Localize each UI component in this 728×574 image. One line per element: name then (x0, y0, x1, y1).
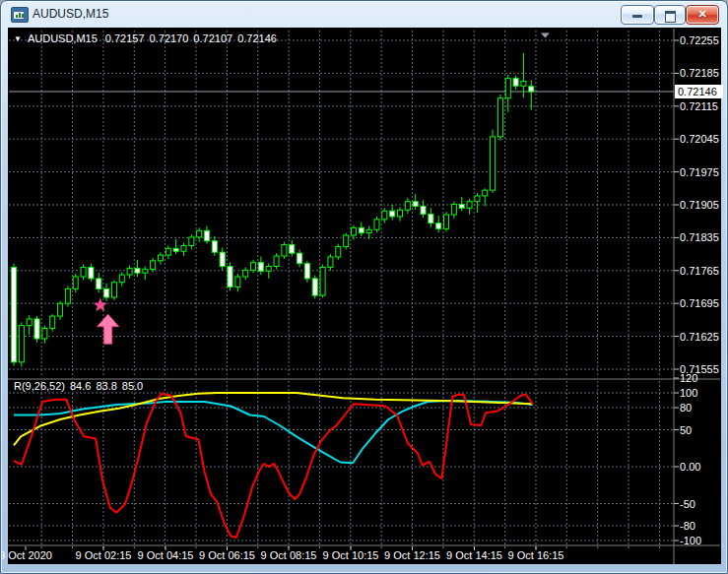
minimize-button[interactable] (621, 5, 654, 25)
window-titlebar[interactable]: AUDUSD,M15 ✕ (1, 1, 727, 28)
screen: AUDUSD,M15 ✕ 0.722550.721850.721150.7204… (0, 0, 728, 574)
indicator-value-mid: 83.8 (96, 380, 116, 392)
chart-window: AUDUSD,M15 ✕ 0.722550.721850.721150.7204… (0, 0, 728, 574)
restore-icon (665, 11, 676, 23)
restore-button[interactable] (654, 5, 686, 25)
window-title: AUDUSD,M15 (33, 7, 108, 21)
low-value: 0.72107 (193, 32, 232, 44)
current-price-tag: 0.72146 (675, 85, 723, 98)
close-button[interactable]: ✕ (686, 5, 719, 25)
close-icon: ✕ (687, 6, 718, 23)
indicator-header: R(9,26,52)84.683.885.0 (14, 380, 143, 392)
minimize-icon (632, 15, 642, 18)
high-value: 0.72170 (150, 32, 189, 44)
indicator-name: R(9,26,52) (14, 380, 65, 392)
open-value: 0.72157 (105, 32, 145, 44)
indicator-value-slow: 85.0 (122, 380, 143, 392)
symbol-label[interactable]: AUDUSD,M15 (28, 32, 98, 44)
ohlc-header: ▼AUDUSD,M150.721570.721700.721070.72146 (14, 32, 282, 44)
chart-window-icon (11, 7, 29, 23)
chart-client-area[interactable] (8, 28, 721, 564)
symbol-dropdown-icon[interactable]: ▼ (14, 34, 22, 43)
close-value: 0.72146 (237, 32, 277, 44)
indicator-value-fast: 84.6 (70, 380, 91, 392)
